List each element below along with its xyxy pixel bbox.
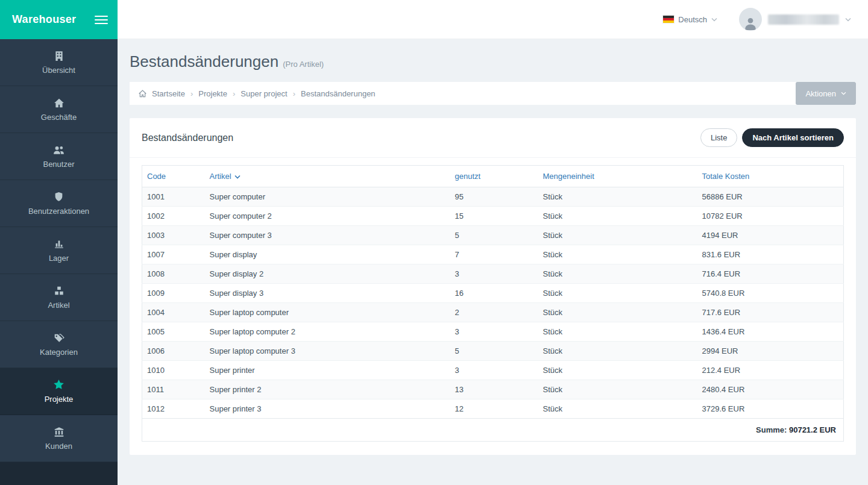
table-cell: 1011 <box>142 380 205 399</box>
star-icon <box>53 380 64 390</box>
table-cell: Super computer <box>205 187 450 207</box>
home-icon <box>54 98 64 108</box>
menu-toggle-icon[interactable] <box>95 13 108 27</box>
table-cell: 56886 EUR <box>697 187 844 207</box>
app-logo: Warehouser <box>0 0 118 39</box>
sidebar-item-label: Projekte <box>45 395 74 404</box>
sidebar: Warehouser ÜbersichtGeschäfteBenutzerBen… <box>0 0 118 485</box>
sidebar-item-kunden[interactable]: Kunden <box>0 415 118 462</box>
sidebar-item-artikel[interactable]: Artikel <box>0 274 118 321</box>
table-row: 1007Super display7Stück831.6 EUR <box>142 245 844 264</box>
avatar <box>739 8 762 31</box>
table-cell: 1002 <box>142 207 205 226</box>
breadcrumb: Startseite›Projekte›Super project›Bestan… <box>152 89 796 98</box>
bank-icon <box>54 427 64 437</box>
sort-by-article-button[interactable]: Nach Artikel sortieren <box>742 128 844 147</box>
table-row: 1011Super printer 213Stück2480.4 EUR <box>142 380 844 399</box>
breadcrumb-separator: › <box>190 89 193 98</box>
column-header-totale-kosten[interactable]: Totale Kosten <box>697 166 844 187</box>
shield-icon <box>54 192 64 202</box>
table-body: 1001Super computer95Stück56886 EUR1002Su… <box>142 187 844 419</box>
table-cell: Stück <box>538 207 697 226</box>
column-header-mengeneinheit[interactable]: Mengeneinheit <box>538 166 697 187</box>
table-cell: 1012 <box>142 399 205 419</box>
sidebar-item-label: Kunden <box>45 442 72 451</box>
breadcrumb-separator: › <box>233 89 235 98</box>
breadcrumb-item-super-project[interactable]: Super project <box>241 89 287 98</box>
table-cell: 212.4 EUR <box>697 361 844 380</box>
table-cell: 12 <box>450 399 538 419</box>
breadcrumb-item-bestandsanderungen: Bestandsänderungen <box>301 89 376 98</box>
table-cell: 717.6 EUR <box>697 303 844 322</box>
cubes-icon <box>54 286 64 296</box>
table-cell: Stück <box>538 245 697 264</box>
table-cell: Super display <box>205 245 450 264</box>
table-cell: 95 <box>450 187 538 207</box>
panel-title: Bestandsänderungen <box>142 133 233 143</box>
page-subtitle: (Pro Artikel) <box>283 60 324 69</box>
language-label: Deutsch <box>678 15 707 24</box>
table-cell: Stück <box>538 303 697 322</box>
table-container: CodeArtikelgenutztMengeneinheitTotale Ko… <box>130 158 856 442</box>
table-row: 1012Super printer 312Stück3729.6 EUR <box>142 399 844 419</box>
table-cell: 2 <box>450 303 538 322</box>
inventory-changes-panel: Bestandsänderungen Liste Nach Artikel so… <box>130 118 856 455</box>
table-cell: Stück <box>538 361 697 380</box>
sidebar-item-kategorien[interactable]: Kategorien <box>0 321 118 368</box>
sidebar-item-label: Benutzeraktionen <box>28 207 89 216</box>
user-name-redacted <box>768 14 839 25</box>
table-cell: 1001 <box>142 187 205 207</box>
table-cell: 15 <box>450 207 538 226</box>
table-cell: 3 <box>450 361 538 380</box>
user-menu[interactable] <box>739 8 851 31</box>
sidebar-item-geschafte[interactable]: Geschäfte <box>0 86 118 133</box>
table-cell: Stück <box>538 284 697 303</box>
table-row: 1006Super laptop computer 35Stück2994 EU… <box>142 342 844 361</box>
sidebar-item-label: Übersicht <box>42 66 75 75</box>
table-cell: Stück <box>538 342 697 361</box>
breadcrumb-separator: › <box>293 89 295 98</box>
table-cell: Super computer 2 <box>205 207 450 226</box>
table-cell: 7 <box>450 245 538 264</box>
sidebar-item-ubersicht[interactable]: Übersicht <box>0 39 118 86</box>
table-cell: Super laptop computer 2 <box>205 322 450 342</box>
table-row: 1009Super display 316Stück5740.8 EUR <box>142 284 844 303</box>
topbar: Deutsch <box>118 0 868 39</box>
column-header-genutzt[interactable]: genutzt <box>450 166 538 187</box>
table-cell: Super display 3 <box>205 284 450 303</box>
actions-button[interactable]: Aktionen <box>796 82 856 105</box>
sum-cell: Summe: 90721.2 EUR <box>142 419 844 442</box>
table-cell: Super display 2 <box>205 264 450 284</box>
sidebar-item-projekte[interactable]: Projekte <box>0 368 118 415</box>
table-cell: 1436.4 EUR <box>697 322 844 342</box>
column-header-artikel[interactable]: Artikel <box>205 166 450 187</box>
inventory-table: CodeArtikelgenutztMengeneinheitTotale Ko… <box>142 165 844 442</box>
table-cell: Stück <box>538 380 697 399</box>
sidebar-item-lager[interactable]: Lager <box>0 227 118 274</box>
page-title: Bestandsänderungen <box>130 52 278 71</box>
breadcrumb-item-projekte[interactable]: Projekte <box>198 89 227 98</box>
table-cell: 3 <box>450 264 538 284</box>
table-row: 1003Super computer 35Stück4194 EUR <box>142 226 844 245</box>
column-header-code[interactable]: Code <box>142 166 205 187</box>
sidebar-item-benutzer[interactable]: Benutzer <box>0 133 118 180</box>
table-cell: Super printer 3 <box>205 399 450 419</box>
table-footer-row: Summe: 90721.2 EUR <box>142 419 844 442</box>
table-cell: 13 <box>450 380 538 399</box>
sidebar-item-label: Lager <box>49 254 69 263</box>
chevron-down-icon <box>711 17 717 22</box>
bar-chart-icon <box>54 239 64 249</box>
breadcrumb-item-startseite[interactable]: Startseite <box>152 89 185 98</box>
language-selector[interactable]: Deutsch <box>663 15 717 24</box>
table-cell: Super computer 3 <box>205 226 450 245</box>
list-button[interactable]: Liste <box>700 128 737 147</box>
sidebar-item-label: Kategorien <box>40 348 78 357</box>
table-cell: Super laptop computer 3 <box>205 342 450 361</box>
table-cell: 2994 EUR <box>697 342 844 361</box>
sum-label: Summe: <box>756 425 787 434</box>
table-cell: 1007 <box>142 245 205 264</box>
table-cell: 716.4 EUR <box>697 264 844 284</box>
content-area: Bestandsänderungen (Pro Artikel) Startse… <box>118 39 868 485</box>
sidebar-item-benutzeraktionen[interactable]: Benutzeraktionen <box>0 180 118 227</box>
table-cell: 1005 <box>142 322 205 342</box>
